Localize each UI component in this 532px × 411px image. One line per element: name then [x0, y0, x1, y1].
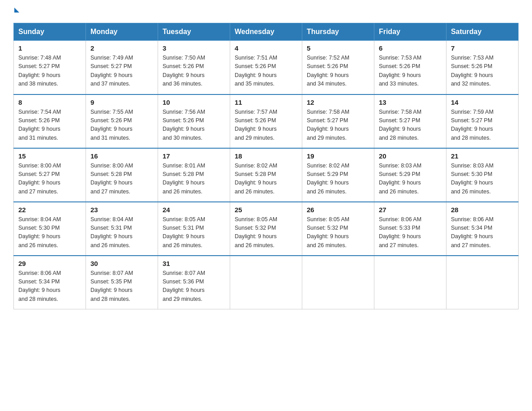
calendar-cell: 25 Sunrise: 8:05 AMSunset: 5:32 PMDaylig…: [230, 202, 302, 256]
day-number: 2: [90, 44, 153, 52]
calendar-cell: 30 Sunrise: 8:07 AMSunset: 5:35 PMDaylig…: [86, 256, 158, 309]
day-info: Sunrise: 7:49 AMSunset: 5:27 PMDaylight:…: [90, 55, 133, 87]
calendar-cell: 31 Sunrise: 8:07 AMSunset: 5:36 PMDaylig…: [158, 256, 230, 309]
calendar-cell: 18 Sunrise: 8:02 AMSunset: 5:28 PMDaylig…: [230, 148, 302, 202]
day-number: 14: [451, 98, 514, 106]
day-number: 25: [235, 206, 297, 214]
day-number: 10: [163, 98, 225, 106]
day-number: 6: [379, 44, 442, 52]
day-number: 11: [235, 98, 297, 106]
calendar-week-row: 15 Sunrise: 8:00 AMSunset: 5:27 PMDaylig…: [14, 148, 519, 202]
calendar-week-row: 22 Sunrise: 8:04 AMSunset: 5:30 PMDaylig…: [14, 202, 519, 256]
calendar-header-row: SundayMondayTuesdayWednesdayThursdayFrid…: [14, 23, 519, 41]
calendar-cell: 29 Sunrise: 8:06 AMSunset: 5:34 PMDaylig…: [14, 256, 86, 309]
calendar-cell: 7 Sunrise: 7:53 AMSunset: 5:26 PMDayligh…: [446, 41, 518, 94]
day-info: Sunrise: 8:06 AMSunset: 5:34 PMDaylight:…: [451, 216, 493, 248]
day-number: 22: [18, 206, 81, 214]
day-number: 23: [90, 206, 153, 214]
calendar-cell: [230, 256, 302, 309]
day-info: Sunrise: 7:50 AMSunset: 5:26 PMDaylight:…: [163, 55, 205, 87]
weekday-header-tuesday: Tuesday: [158, 23, 230, 41]
calendar-cell: 27 Sunrise: 8:06 AMSunset: 5:33 PMDaylig…: [374, 202, 446, 256]
day-info: Sunrise: 7:58 AMSunset: 5:27 PMDaylight:…: [307, 109, 349, 141]
day-info: Sunrise: 8:02 AMSunset: 5:28 PMDaylight:…: [235, 163, 277, 195]
day-number: 30: [90, 260, 153, 267]
day-number: 21: [451, 152, 514, 160]
calendar-cell: 28 Sunrise: 8:06 AMSunset: 5:34 PMDaylig…: [446, 202, 518, 256]
day-info: Sunrise: 8:05 AMSunset: 5:32 PMDaylight:…: [235, 216, 277, 248]
calendar-week-row: 1 Sunrise: 7:48 AMSunset: 5:27 PMDayligh…: [14, 41, 519, 94]
day-info: Sunrise: 8:07 AMSunset: 5:35 PMDaylight:…: [90, 270, 133, 302]
calendar-cell: 15 Sunrise: 8:00 AMSunset: 5:27 PMDaylig…: [14, 148, 86, 202]
day-number: 1: [18, 44, 81, 52]
calendar-cell: 4 Sunrise: 7:51 AMSunset: 5:26 PMDayligh…: [230, 41, 302, 94]
calendar-week-row: 29 Sunrise: 8:06 AMSunset: 5:34 PMDaylig…: [14, 256, 519, 309]
day-info: Sunrise: 8:03 AMSunset: 5:29 PMDaylight:…: [379, 163, 421, 195]
calendar-cell: 2 Sunrise: 7:49 AMSunset: 5:27 PMDayligh…: [86, 41, 158, 94]
calendar-week-row: 8 Sunrise: 7:54 AMSunset: 5:26 PMDayligh…: [14, 94, 519, 148]
calendar-cell: 26 Sunrise: 8:05 AMSunset: 5:32 PMDaylig…: [302, 202, 374, 256]
weekday-header-friday: Friday: [374, 23, 446, 41]
weekday-header-thursday: Thursday: [302, 23, 374, 41]
day-info: Sunrise: 7:58 AMSunset: 5:27 PMDaylight:…: [379, 109, 421, 141]
day-info: Sunrise: 7:53 AMSunset: 5:26 PMDaylight:…: [379, 55, 421, 87]
day-number: 12: [307, 98, 369, 106]
logo: [13, 9, 19, 14]
day-number: 27: [379, 206, 442, 214]
calendar-cell: 14 Sunrise: 7:59 AMSunset: 5:27 PMDaylig…: [446, 94, 518, 148]
calendar-cell: [302, 256, 374, 309]
weekday-header-saturday: Saturday: [446, 23, 518, 41]
day-number: 20: [379, 152, 442, 160]
calendar-cell: [374, 256, 446, 309]
calendar-cell: 23 Sunrise: 8:04 AMSunset: 5:31 PMDaylig…: [86, 202, 158, 256]
day-info: Sunrise: 8:00 AMSunset: 5:28 PMDaylight:…: [90, 163, 133, 195]
calendar-cell: 6 Sunrise: 7:53 AMSunset: 5:26 PMDayligh…: [374, 41, 446, 94]
day-number: 28: [451, 206, 514, 214]
day-info: Sunrise: 8:02 AMSunset: 5:29 PMDaylight:…: [307, 163, 349, 195]
calendar-cell: 19 Sunrise: 8:02 AMSunset: 5:29 PMDaylig…: [302, 148, 374, 202]
calendar-cell: 11 Sunrise: 7:57 AMSunset: 5:26 PMDaylig…: [230, 94, 302, 148]
weekday-header-sunday: Sunday: [14, 23, 86, 41]
calendar-cell: 20 Sunrise: 8:03 AMSunset: 5:29 PMDaylig…: [374, 148, 446, 202]
day-number: 24: [163, 206, 225, 214]
day-number: 18: [235, 152, 297, 160]
calendar-cell: 12 Sunrise: 7:58 AMSunset: 5:27 PMDaylig…: [302, 94, 374, 148]
day-info: Sunrise: 8:03 AMSunset: 5:30 PMDaylight:…: [451, 163, 493, 195]
day-info: Sunrise: 7:48 AMSunset: 5:27 PMDaylight:…: [18, 55, 61, 87]
day-number: 3: [163, 44, 225, 52]
calendar-cell: 5 Sunrise: 7:52 AMSunset: 5:26 PMDayligh…: [302, 41, 374, 94]
calendar-cell: 10 Sunrise: 7:56 AMSunset: 5:26 PMDaylig…: [158, 94, 230, 148]
day-info: Sunrise: 8:06 AMSunset: 5:33 PMDaylight:…: [379, 216, 421, 248]
day-number: 26: [307, 206, 369, 214]
day-info: Sunrise: 7:59 AMSunset: 5:27 PMDaylight:…: [451, 109, 493, 141]
day-info: Sunrise: 8:04 AMSunset: 5:31 PMDaylight:…: [90, 216, 133, 248]
logo-triangle-icon: [14, 8, 19, 13]
calendar-cell: 24 Sunrise: 8:05 AMSunset: 5:31 PMDaylig…: [158, 202, 230, 256]
calendar-cell: 3 Sunrise: 7:50 AMSunset: 5:26 PMDayligh…: [158, 41, 230, 94]
page-header: [13, 9, 519, 14]
calendar-cell: 8 Sunrise: 7:54 AMSunset: 5:26 PMDayligh…: [14, 94, 86, 148]
day-info: Sunrise: 8:07 AMSunset: 5:36 PMDaylight:…: [163, 270, 205, 302]
calendar-cell: 13 Sunrise: 7:58 AMSunset: 5:27 PMDaylig…: [374, 94, 446, 148]
day-number: 29: [18, 260, 81, 267]
day-info: Sunrise: 8:05 AMSunset: 5:32 PMDaylight:…: [307, 216, 349, 248]
calendar-cell: 21 Sunrise: 8:03 AMSunset: 5:30 PMDaylig…: [446, 148, 518, 202]
day-number: 7: [451, 44, 514, 52]
day-number: 15: [18, 152, 81, 160]
weekday-header-monday: Monday: [86, 23, 158, 41]
day-number: 8: [18, 98, 81, 106]
day-info: Sunrise: 7:57 AMSunset: 5:26 PMDaylight:…: [235, 109, 277, 141]
day-info: Sunrise: 7:51 AMSunset: 5:26 PMDaylight:…: [235, 55, 277, 87]
day-number: 4: [235, 44, 297, 52]
calendar-cell: [446, 256, 518, 309]
day-number: 13: [379, 98, 442, 106]
day-number: 9: [90, 98, 153, 106]
day-number: 17: [163, 152, 225, 160]
day-info: Sunrise: 7:56 AMSunset: 5:26 PMDaylight:…: [163, 109, 205, 141]
day-number: 16: [90, 152, 153, 160]
day-info: Sunrise: 8:01 AMSunset: 5:28 PMDaylight:…: [163, 163, 205, 195]
calendar-cell: 16 Sunrise: 8:00 AMSunset: 5:28 PMDaylig…: [86, 148, 158, 202]
calendar-cell: 17 Sunrise: 8:01 AMSunset: 5:28 PMDaylig…: [158, 148, 230, 202]
calendar-cell: 22 Sunrise: 8:04 AMSunset: 5:30 PMDaylig…: [14, 202, 86, 256]
day-info: Sunrise: 8:04 AMSunset: 5:30 PMDaylight:…: [18, 216, 61, 248]
